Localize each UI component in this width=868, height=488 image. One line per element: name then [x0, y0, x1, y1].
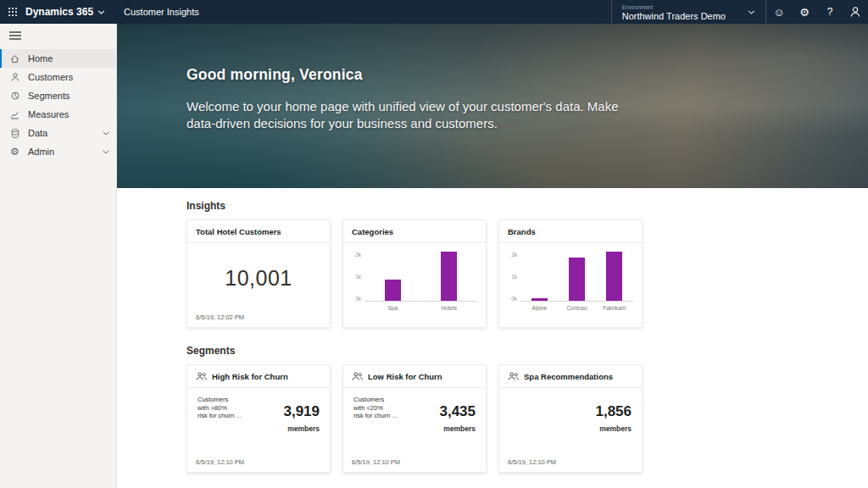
- sidebar-item-home[interactable]: Home: [0, 49, 116, 68]
- x-tick: Contoso: [558, 305, 595, 311]
- segment-count-block: 3,435 members: [439, 403, 476, 458]
- card-body: Customers with >80% risk for churn ... 3…: [187, 388, 330, 458]
- segment-description: Customers with <20% risk for churn ...: [353, 396, 403, 458]
- card-title: Categories: [352, 227, 393, 236]
- y-tick: 1k: [355, 274, 361, 280]
- segment-member-count: 3,435: [439, 403, 476, 420]
- segments-icon: [9, 91, 20, 101]
- plot: [520, 252, 633, 302]
- sidebar-item-measures[interactable]: Measures: [0, 105, 116, 124]
- card-high-risk-for-churn[interactable]: High Risk for Churn Customers with >80% …: [186, 364, 331, 473]
- card-body: 2k1k0k SpaHotels: [343, 243, 486, 327]
- card-brands[interactable]: Brands 2k1k0k AlpineContosoFabrikam: [498, 219, 643, 328]
- person-icon: [9, 72, 20, 82]
- x-tick: Fabrikam: [596, 305, 633, 311]
- y-tick: 2k: [355, 252, 361, 258]
- insights-cards-row: Total Hotel Customers 10,001 6/5/19, 12:…: [186, 219, 868, 328]
- main-content: Insights Total Hotel Customers 10,001 6/…: [117, 188, 868, 488]
- y-tick: 0k: [511, 296, 517, 302]
- segments-heading: Segments: [186, 345, 868, 357]
- help-button[interactable]: ?: [817, 0, 843, 24]
- sidebar-item-segments[interactable]: Segments: [0, 86, 116, 105]
- sidebar-item-admin[interactable]: ⚙ Admin: [0, 142, 116, 161]
- card-timestamp: 6/5/19, 12:10 PM: [343, 458, 486, 472]
- card-title: High Risk for Churn: [212, 372, 288, 381]
- welcome-message: Welcome to your home page with unified v…: [186, 98, 648, 132]
- brand-menu[interactable]: Dynamics 365: [25, 6, 105, 18]
- people-icon: [196, 372, 207, 380]
- sidebar-item-data[interactable]: Data: [0, 124, 116, 142]
- bar-contoso: [569, 258, 585, 301]
- card-categories[interactable]: Categories 2k1k0k SpaHotels: [342, 219, 487, 328]
- sidebar: Home Customers Segments Measures: [0, 24, 117, 488]
- card-timestamp: 6/5/19, 12:02 PM: [187, 313, 330, 327]
- waffle-menu-button[interactable]: [0, 0, 25, 24]
- bar-alpine: [531, 298, 548, 301]
- card-timestamp: 6/5/19, 12:10 PM: [499, 458, 642, 472]
- gear-icon: ⚙: [799, 6, 810, 19]
- card-spa-recommendations[interactable]: Spa Recommendations 1,856 members 6/5/19…: [498, 364, 643, 473]
- hero-content: Good morning, Veronica Welcome to your h…: [117, 24, 868, 132]
- card-body: 10,001: [187, 243, 330, 313]
- y-axis: 2k1k0k: [508, 252, 520, 302]
- bar-slot: [596, 252, 633, 301]
- bar-fabrikam: [606, 252, 622, 301]
- sidebar-item-label: Data: [28, 128, 95, 138]
- environment-label: Environment: [622, 3, 726, 11]
- chevron-down-icon: [103, 150, 109, 154]
- segment-count-block: 3,919 members: [283, 403, 320, 458]
- card-timestamp: 6/5/19, 12:10 PM: [187, 458, 330, 472]
- card-header: Brands: [499, 220, 642, 243]
- environment-picker[interactable]: Environment Northwind Traders Demo: [611, 0, 766, 24]
- sidebar-item-label: Admin: [28, 147, 95, 157]
- plot: [364, 252, 477, 302]
- environment-value: Northwind Traders Demo: [622, 11, 726, 21]
- card-header: Low Risk for Churn: [343, 365, 486, 388]
- brand-label: Dynamics 365: [25, 6, 93, 18]
- bar-slot: [364, 252, 421, 301]
- segment-member-count: 1,856: [595, 403, 632, 420]
- smiley-icon: ☺: [773, 6, 784, 19]
- sidebar-item-label: Customers: [28, 72, 109, 82]
- app-name: Customer Insights: [124, 7, 199, 17]
- card-total-hotel-customers[interactable]: Total Hotel Customers 10,001 6/5/19, 12:…: [186, 219, 331, 328]
- categories-bar-chart: 2k1k0k SpaHotels: [343, 243, 486, 327]
- y-axis: 2k1k0k: [352, 252, 364, 302]
- bar-hotels: [441, 252, 457, 301]
- collapse-sidebar-button[interactable]: [0, 24, 21, 49]
- feedback-button[interactable]: ☺: [766, 0, 792, 24]
- chart-area: AlpineContosoFabrikam: [520, 252, 633, 327]
- help-icon: ?: [827, 6, 833, 18]
- x-axis: SpaHotels: [364, 305, 477, 311]
- kpi-value: 10,001: [187, 243, 330, 313]
- people-icon: [508, 372, 519, 380]
- segment-members-label: members: [283, 424, 320, 433]
- account-button[interactable]: [843, 0, 868, 24]
- brands-bar-chart: 2k1k0k AlpineContosoFabrikam: [499, 243, 642, 327]
- sidebar-item-label: Segments: [28, 91, 109, 101]
- sidebar-item-label: Home: [28, 53, 109, 64]
- sidebar-item-customers[interactable]: Customers: [0, 68, 116, 86]
- settings-button[interactable]: ⚙: [792, 0, 817, 24]
- card-title: Total Hotel Customers: [196, 227, 281, 236]
- home-icon: [9, 53, 20, 64]
- y-tick: 2k: [511, 252, 517, 258]
- card-header: Total Hotel Customers: [187, 220, 330, 243]
- segments-cards-row: High Risk for Churn Customers with >80% …: [186, 364, 868, 473]
- segment-members-label: members: [439, 424, 476, 433]
- x-tick: Hotels: [421, 305, 478, 311]
- card-body: 2k1k0k AlpineContosoFabrikam: [499, 243, 642, 327]
- waffle-icon: [8, 7, 18, 17]
- x-tick: Spa: [364, 305, 421, 311]
- chevron-down-icon: [748, 10, 755, 14]
- segment-member-count: 3,919: [283, 403, 320, 420]
- card-header: Spa Recommendations: [499, 365, 642, 388]
- greeting: Good morning, Veronica: [186, 66, 834, 84]
- sidebar-item-label: Measures: [28, 109, 109, 119]
- insights-heading: Insights: [186, 200, 868, 212]
- card-low-risk-for-churn[interactable]: Low Risk for Churn Customers with <20% r…: [342, 364, 487, 473]
- card-title: Low Risk for Churn: [368, 372, 442, 381]
- card-header: High Risk for Churn: [187, 365, 330, 388]
- bar-spa: [385, 280, 401, 301]
- card-body: Customers with <20% risk for churn ... 3…: [343, 388, 486, 458]
